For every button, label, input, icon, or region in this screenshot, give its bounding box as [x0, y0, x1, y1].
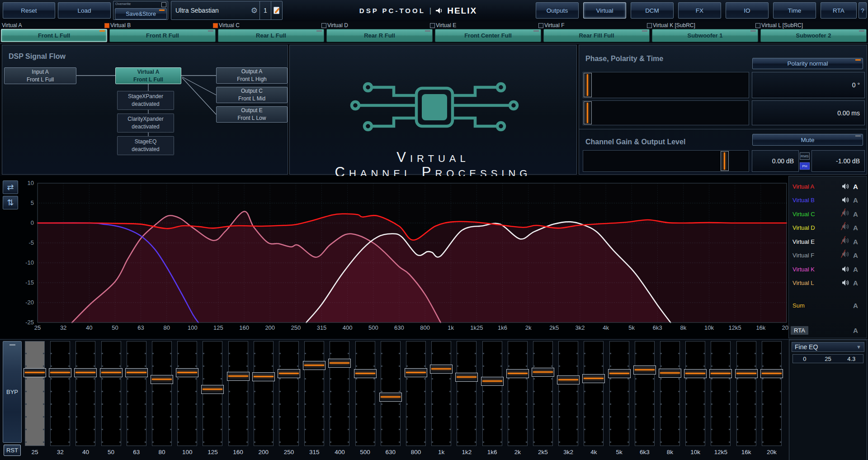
auto-setup-badge[interactable]: A [853, 183, 867, 190]
auto-setup-badge[interactable]: A [853, 266, 867, 273]
eq-handle-250[interactable] [278, 369, 300, 378]
reset-button[interactable]: Reset [3, 2, 55, 19]
eq-track-2k[interactable] [508, 341, 528, 446]
phase-degrees-value[interactable]: 0 ° [752, 72, 865, 98]
flow-stagexpander-box[interactable]: StageXPanderdeactivated [117, 91, 174, 110]
eq-track-800[interactable] [406, 341, 426, 446]
eq-track-1k2[interactable] [457, 341, 476, 446]
eq-track-100[interactable] [177, 341, 197, 446]
nav-button-outputs[interactable]: Outputs [536, 2, 579, 19]
eq-handle-16k[interactable] [735, 369, 758, 378]
tab-checkbox[interactable] [104, 23, 109, 28]
channel-button-front-l-full[interactable]: Front L Full [1, 29, 107, 42]
auto-setup-badge[interactable]: A [853, 210, 867, 218]
gain-slider[interactable] [583, 150, 749, 172]
eq-handle-8k[interactable] [659, 369, 681, 378]
tab-label-virtual-c[interactable]: Virtual C [219, 22, 240, 28]
nav-button-rta[interactable]: RTA [821, 2, 857, 19]
delay-slider-handle[interactable] [584, 101, 592, 124]
eq-track-500[interactable] [355, 341, 375, 446]
tab-label-virtual-f[interactable]: Virtual F [544, 22, 564, 28]
speaker-icon[interactable] [838, 280, 853, 286]
eq-track-32[interactable] [50, 341, 70, 446]
eq-track-6k3[interactable] [635, 341, 655, 446]
eq-track-1k[interactable] [431, 341, 451, 446]
tab-label-virtual-d[interactable]: Virtual D [327, 22, 348, 28]
eq-track-40[interactable] [75, 341, 95, 446]
fine-eq-db-value[interactable]: 0 [793, 355, 816, 363]
tab-checkbox[interactable] [647, 23, 652, 28]
eq-track-8k[interactable] [660, 341, 680, 446]
eq-track-160[interactable] [228, 341, 248, 446]
notes-icon[interactable] [271, 6, 282, 14]
eq-handle-630[interactable] [379, 393, 402, 402]
eq-track-20k[interactable] [762, 341, 782, 446]
response-plot[interactable]: 1050-5-10-15-20-252532405063801001251602… [0, 176, 868, 338]
gain-slider-handle[interactable] [721, 151, 729, 171]
flow-clarityxpander-box[interactable]: ClarityXpanderdeactivated [117, 114, 174, 133]
speaker-muted-icon[interactable]: ╱ [838, 237, 853, 246]
fine-eq-q-value[interactable]: 4.3 [840, 355, 863, 363]
mute-button[interactable]: Mute [752, 134, 863, 146]
auto-setup-badge[interactable]: A [853, 302, 867, 309]
eq-handle-2k5[interactable] [532, 368, 554, 377]
eq-track-4k[interactable] [584, 341, 604, 446]
phase-slider-handle[interactable] [584, 73, 592, 97]
eq-handle-6k3[interactable] [633, 365, 656, 375]
nav-button-io[interactable]: IO [726, 2, 769, 19]
eq-track-315[interactable] [304, 341, 324, 446]
eq-handle-63[interactable] [125, 368, 148, 377]
eq-handle-32[interactable] [49, 368, 71, 377]
eq-handle-1k6[interactable] [481, 377, 504, 386]
preset-number[interactable]: 1 [260, 7, 271, 14]
gear-icon[interactable]: ⚙ [249, 6, 259, 15]
eq-track-400[interactable] [330, 341, 349, 446]
speaker-icon[interactable] [838, 183, 853, 190]
eq-track-3k2[interactable] [558, 341, 578, 446]
speaker-icon[interactable] [838, 266, 853, 272]
nav-button-virtual[interactable]: Virtual [583, 2, 626, 19]
tab-checkbox[interactable] [321, 23, 326, 28]
auto-setup-badge[interactable]: A [853, 238, 867, 246]
eq-track-10k[interactable] [685, 341, 705, 446]
eq-handle-40[interactable] [74, 368, 97, 377]
eq-bypass-button[interactable]: BYP [3, 341, 22, 443]
speaker-muted-icon[interactable]: ╱ [838, 251, 853, 259]
eq-handle-100[interactable] [176, 368, 198, 377]
channel-button-front-r-full[interactable]: Front R Full [109, 29, 216, 42]
tab-checkbox[interactable] [755, 23, 760, 28]
eq-track-250[interactable] [279, 341, 299, 446]
preset-name-field[interactable]: Ultra Sebastian ⚙ 1 [171, 1, 283, 20]
eq-track-16k[interactable] [736, 341, 756, 446]
eq-handle-800[interactable] [405, 368, 427, 377]
eq-handle-25[interactable] [24, 368, 46, 377]
flow-output-a-box[interactable]: Output AFront L High [216, 67, 288, 84]
eq-handle-3k2[interactable] [557, 375, 580, 384]
save-store-button[interactable]: Save&Store [115, 8, 167, 19]
speaker-icon[interactable] [838, 197, 853, 203]
channel-button-subwoofer-1[interactable]: Subwoofer 1 [652, 29, 758, 42]
channel-button-rear-fill-full[interactable]: Rear Fill Full [543, 29, 650, 42]
eq-reset-button[interactable]: RST [4, 445, 21, 456]
eq-handle-160[interactable] [227, 372, 250, 381]
zoom-vertical-button[interactable]: ⇅ [3, 196, 18, 209]
gain-db-value[interactable]: 0.00 dB [752, 150, 799, 172]
rms-badge[interactable]: RMS [800, 152, 810, 160]
eq-handle-1k2[interactable] [455, 373, 478, 382]
tab-label-virtual-b[interactable]: Virtual B [110, 22, 131, 28]
auto-setup-badge[interactable]: A [853, 327, 867, 334]
eq-track-1k6[interactable] [482, 341, 502, 446]
delay-slider[interactable] [583, 100, 749, 125]
eq-handle-50[interactable] [100, 368, 123, 377]
nav-button-time[interactable]: Time [773, 2, 816, 19]
eq-track-2k5[interactable] [533, 341, 553, 446]
tab-label-virtual-a[interactable]: Virtual A [2, 22, 22, 28]
flow-stageeq-box[interactable]: StageEQdeactivated [117, 136, 174, 155]
zoom-horizontal-button[interactable]: ⇄ [3, 180, 18, 194]
eq-handle-500[interactable] [354, 369, 377, 378]
nav-button-fx[interactable]: FX [678, 2, 721, 19]
speaker-muted-icon[interactable]: ╱ [838, 223, 853, 232]
flow-output-e-box[interactable]: Output EFront L Low [216, 106, 288, 123]
eq-handle-400[interactable] [328, 359, 351, 368]
eq-handle-125[interactable] [201, 385, 224, 394]
